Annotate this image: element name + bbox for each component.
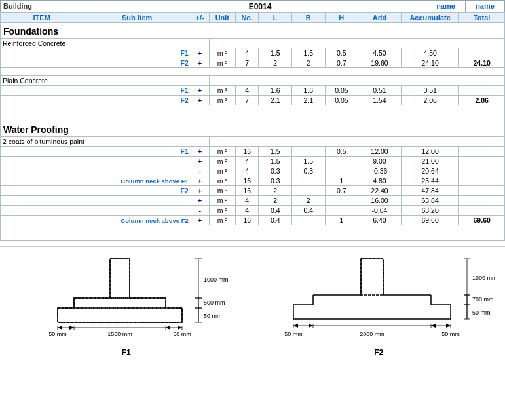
wp-f2-add: 22.40 xyxy=(358,186,402,196)
f2-base-mid: 2000 mm xyxy=(360,331,384,337)
col-item: ITEM xyxy=(1,13,83,23)
col-neck-f2-acc: 69.60 xyxy=(401,216,459,225)
f1-base-left: 50 mm xyxy=(48,331,67,337)
f1-add: 4.50 xyxy=(358,48,402,58)
pc-f1-l: 1.6 xyxy=(259,86,292,96)
f2-acc: 24.10 xyxy=(401,58,459,68)
wp-f2r2-subitem xyxy=(83,196,191,206)
f2-dim-700: 700 mm xyxy=(472,296,494,303)
svg-rect-2 xyxy=(58,308,182,322)
col-neck-f1-subitem: Column neck above F1 xyxy=(83,176,191,186)
f2-unit: m ³ xyxy=(209,58,235,68)
f1-dim-1000: 1000 mm xyxy=(204,277,229,283)
col-neck-f2-l: 0.4 xyxy=(259,216,292,225)
pc-f2-no: 7 xyxy=(236,96,259,105)
subheader-reinforced: Reinforced Concrete xyxy=(1,39,505,48)
col-no: No. xyxy=(236,13,259,23)
pc-f2-unit: m ³ xyxy=(209,96,235,105)
table-row: F2 + m ² 16 2 0.7 22.40 47.84 xyxy=(1,186,505,196)
wp-r3-l: 0.3 xyxy=(259,166,292,176)
wp-f2-subitem: F2 xyxy=(83,186,191,196)
svg-marker-32 xyxy=(178,326,182,330)
coats-label: 2 coats of bituminous paint xyxy=(3,138,84,145)
col-add: Add xyxy=(358,13,402,23)
col-neck-f1-h: 1 xyxy=(325,176,358,186)
foundations-label: Foundations xyxy=(3,26,58,37)
col-h: H xyxy=(325,13,358,23)
svg-rect-1 xyxy=(74,298,166,308)
wp-f2-no: 16 xyxy=(236,186,259,196)
wp-r3-subitem xyxy=(83,166,191,176)
table-header: ITEM Sub Item +/- Unit No. L B H Add Acc… xyxy=(1,13,505,23)
col-unit: Unit xyxy=(209,13,235,23)
wp-f2r2-l: 2 xyxy=(259,196,292,206)
subheader-coats: 2 coats of bituminous paint xyxy=(1,137,505,147)
table-row: - m ² 4 0.4 0.4 -0.64 63.20 xyxy=(1,206,505,216)
wp-f2r2-unit: m ² xyxy=(209,196,235,206)
col-accumulate: Accumulate xyxy=(401,13,459,23)
wp-f2-l: 2 xyxy=(259,186,292,196)
svg-marker-63 xyxy=(446,324,451,328)
table-row: Column neck above F1 + m ² 16 0.3 1 4.80… xyxy=(1,176,505,186)
wp-r2-l: 1.5 xyxy=(259,157,292,166)
pc-f1-unit: m ³ xyxy=(209,86,235,96)
f1-b: 1.5 xyxy=(292,48,326,58)
svg-marker-61 xyxy=(309,324,313,328)
building-label: Building xyxy=(1,1,94,12)
wp-f1-acc: 12.00 xyxy=(401,147,459,157)
f1-diagram: 1000 mm 500 mm 50 mm xyxy=(0,252,253,357)
wp-r2-no: 4 xyxy=(236,157,259,166)
reinforced-label: Reinforced Concrete xyxy=(3,39,65,47)
wp-f2r3-acc: 63.20 xyxy=(401,206,459,216)
pc-f1-add: 0.51 xyxy=(358,86,402,96)
section-foundations: Foundations xyxy=(1,23,505,39)
wp-f1-h: 0.5 xyxy=(325,147,358,157)
col-b: B xyxy=(292,13,326,23)
pc-f2-subitem: F2 xyxy=(83,96,191,105)
svg-rect-0 xyxy=(110,259,130,298)
wp-f2-h: 0.7 xyxy=(325,186,358,196)
table-row: Column neck above F2 + m ² 16 0.4 1 6.40… xyxy=(1,216,505,225)
f1-base-right: 50 mm xyxy=(173,331,191,337)
col-neck-f2-subitem: Column neck above F2 xyxy=(83,216,191,225)
pc-f1-plus: + xyxy=(191,86,209,96)
wp-f1-no: 16 xyxy=(236,147,259,157)
pc-f1-subitem: F1 xyxy=(83,86,191,96)
wp-r2-plus: + xyxy=(191,157,209,166)
pc-f1-h: 0.05 xyxy=(325,86,358,96)
f1-unit: m ³ xyxy=(209,48,235,58)
wp-f1-l: 1.5 xyxy=(259,147,292,157)
f1-subitem: F1 xyxy=(83,48,191,58)
wp-r3-unit: m ² xyxy=(209,166,235,176)
wp-f1-plus: + xyxy=(191,147,209,157)
main-table: ITEM Sub Item +/- Unit No. L B H Add Acc… xyxy=(0,12,505,241)
wp-r3-total xyxy=(459,166,505,176)
f2-no: 7 xyxy=(236,58,259,68)
col-neck-f1-plus: + xyxy=(191,176,209,186)
wp-f1-total xyxy=(459,147,505,157)
wp-f2r2-b: 2 xyxy=(292,196,326,206)
table-row: + m ² 4 1.5 1.5 9.00 21.00 xyxy=(1,157,505,166)
f2-l: 2 xyxy=(259,58,292,68)
f1-h: 0.5 xyxy=(325,48,358,58)
plain-label: Plain Concrete xyxy=(3,77,48,85)
f1-dim-500: 500 mm xyxy=(204,299,225,306)
wp-r2-total xyxy=(459,157,505,166)
empty-row xyxy=(1,68,505,76)
wp-r2-h xyxy=(325,157,358,166)
empty-row xyxy=(1,233,505,241)
empty-row xyxy=(1,225,505,233)
wp-r3-h xyxy=(325,166,358,176)
wp-r3-minus: - xyxy=(191,166,209,176)
svg-marker-30 xyxy=(69,326,74,330)
table-row: F2 + m ³ 7 2.1 2.1 0.05 1.54 2.06 2.06 xyxy=(1,96,505,105)
pc-f1-total xyxy=(459,86,505,96)
f1-l: 1.5 xyxy=(259,48,292,58)
wp-r3-acc: 20.64 xyxy=(401,166,459,176)
section-waterproofing: Water Proofing xyxy=(1,121,505,137)
pc-f1-acc: 0.51 xyxy=(401,86,459,96)
f1-plus: + xyxy=(191,48,209,58)
f2-b: 2 xyxy=(292,58,326,68)
col-l: L xyxy=(259,13,292,23)
wp-f2r3-minus: - xyxy=(191,206,209,216)
